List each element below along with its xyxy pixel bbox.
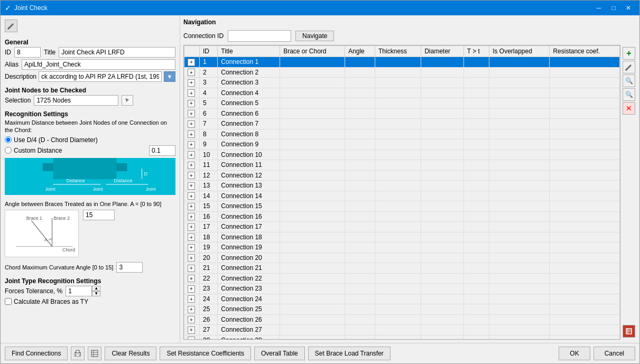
row-expand-button[interactable]: +	[188, 151, 195, 158]
description-dropdown-button[interactable]: ▼	[164, 71, 175, 82]
row-expand-button[interactable]: +	[188, 89, 195, 97]
table-row[interactable]: +9Connection 9	[184, 139, 620, 150]
cancel-button[interactable]: Cancel	[593, 347, 635, 360]
table-row[interactable]: +26Connection 26	[184, 314, 620, 325]
table-row[interactable]: +10Connection 10	[184, 150, 620, 160]
row-expand-button[interactable]: +	[188, 337, 195, 339]
table-row[interactable]: +2Connection 2	[184, 67, 620, 78]
search-down-button[interactable]: 🔍	[623, 88, 635, 101]
table-row[interactable]: +16Connection 16	[184, 211, 620, 222]
table-row[interactable]: +25Connection 25	[184, 304, 620, 315]
close-button[interactable]: ✕	[622, 3, 635, 13]
delete-button[interactable]: ✕	[623, 102, 635, 115]
table-export-button[interactable]	[88, 347, 101, 360]
use-d4-radio[interactable]	[5, 136, 12, 143]
row-expand-button[interactable]: +	[188, 275, 195, 282]
overall-table-button[interactable]: Overall Table	[254, 347, 305, 360]
col-t-gt-t[interactable]: T > t	[463, 46, 489, 57]
spinner-down-button[interactable]: ▼	[92, 291, 100, 296]
table-row[interactable]: +22Connection 22	[184, 273, 620, 284]
row-expand-button[interactable]: +	[188, 100, 195, 107]
col-angle[interactable]: Angle	[345, 46, 375, 57]
col-brace-chord[interactable]: Brace or Chord	[280, 46, 345, 57]
id-input[interactable]	[14, 47, 41, 58]
custom-distance-radio[interactable]	[5, 147, 12, 154]
table-row[interactable]: +17Connection 17	[184, 222, 620, 232]
row-expand-button[interactable]: +	[188, 234, 195, 241]
table-row[interactable]: +5Connection 5	[184, 98, 620, 109]
table-row[interactable]: +14Connection 14	[184, 191, 620, 201]
table-row[interactable]: +28Connection 28	[184, 335, 620, 339]
col-diameter[interactable]: Diameter	[421, 46, 463, 57]
table-row[interactable]: +19Connection 19	[184, 242, 620, 253]
table-row[interactable]: +13Connection 13	[184, 181, 620, 191]
table-row[interactable]: +4Connection 4	[184, 88, 620, 98]
table-row[interactable]: +11Connection 11	[184, 160, 620, 171]
row-expand-button[interactable]: +	[188, 223, 195, 231]
row-expand-button[interactable]: +	[188, 285, 195, 293]
angle-input[interactable]	[83, 210, 115, 220]
table-wrapper[interactable]: ID Title Brace or Chord Angle Thickness …	[184, 45, 620, 339]
table-row[interactable]: +18Connection 18	[184, 232, 620, 242]
row-expand-button[interactable]: +	[188, 120, 195, 128]
row-expand-button[interactable]: +	[188, 79, 195, 87]
row-expand-button[interactable]: +	[188, 203, 195, 210]
settings-button[interactable]	[623, 325, 635, 338]
row-expand-button[interactable]: +	[188, 172, 195, 179]
row-expand-button[interactable]: +	[188, 141, 195, 148]
title-input[interactable]	[59, 47, 175, 58]
col-is-overlapped[interactable]: Is Overlapped	[489, 46, 550, 57]
table-row[interactable]: +3Connection 3	[184, 78, 620, 88]
row-expand-button[interactable]: +	[188, 306, 195, 313]
calculate-braces-checkbox[interactable]	[5, 298, 12, 305]
maximize-button[interactable]: □	[607, 3, 620, 13]
row-expand-button[interactable]: +	[188, 69, 195, 76]
selection-input[interactable]	[34, 95, 118, 106]
minimize-button[interactable]: ─	[592, 3, 606, 13]
edit-button[interactable]	[623, 61, 635, 73]
row-expand-button[interactable]: +	[188, 326, 195, 334]
table-row[interactable]: +21Connection 21	[184, 263, 620, 274]
print-button[interactable]	[71, 347, 85, 360]
alias-input[interactable]	[22, 59, 175, 70]
spinner-up-button[interactable]: ▲	[92, 286, 100, 291]
connection-id-input[interactable]	[228, 30, 291, 42]
set-resistance-button[interactable]: Set Resistance Coefficients	[160, 347, 251, 360]
row-expand-button[interactable]: +	[188, 254, 195, 262]
table-row[interactable]: +15Connection 15	[184, 201, 620, 212]
row-expand-button[interactable]: +	[188, 213, 195, 220]
clear-results-button[interactable]: Clear Results	[105, 347, 156, 360]
row-expand-button[interactable]: +	[188, 192, 195, 200]
col-resistance[interactable]: Resistance coef.	[550, 46, 620, 57]
table-row[interactable]: +12Connection 12	[184, 170, 620, 181]
search-up-button[interactable]: 🔍	[623, 74, 635, 87]
row-expand-button[interactable]: +	[188, 130, 195, 138]
row-expand-button[interactable]: +	[188, 295, 195, 303]
selection-pick-button[interactable]	[122, 95, 133, 106]
curvature-input[interactable]	[116, 262, 143, 273]
table-row[interactable]: +8Connection 8	[184, 129, 620, 139]
row-expand-button[interactable]: +	[188, 162, 195, 169]
custom-distance-input[interactable]	[149, 145, 175, 156]
table-row[interactable]: +24Connection 24	[184, 294, 620, 304]
row-expand-button[interactable]: +	[188, 265, 195, 272]
table-row[interactable]: +1Connection 1	[184, 57, 620, 68]
row-expand-button[interactable]: +	[188, 244, 195, 251]
table-row[interactable]: +23Connection 23	[184, 284, 620, 294]
row-expand-button[interactable]: +	[188, 110, 195, 117]
pencil-icon[interactable]	[5, 20, 17, 32]
find-connections-button[interactable]: Find Connections	[5, 347, 68, 360]
table-row[interactable]: +20Connection 20	[184, 253, 620, 263]
forces-tolerance-input[interactable]	[66, 286, 92, 296]
navigate-button[interactable]: Navigate	[295, 31, 334, 41]
description-input[interactable]	[39, 71, 162, 82]
col-id[interactable]: ID	[200, 46, 218, 57]
ok-button[interactable]: OK	[559, 347, 590, 360]
set-brace-button[interactable]: Set Brace Load Transfer	[308, 347, 391, 360]
table-row[interactable]: +7Connection 7	[184, 119, 620, 129]
row-expand-button[interactable]: +	[188, 59, 195, 66]
table-row[interactable]: +27Connection 27	[184, 325, 620, 335]
col-thickness[interactable]: Thickness	[375, 46, 421, 57]
row-expand-button[interactable]: +	[188, 182, 195, 190]
add-button[interactable]: +	[623, 47, 635, 60]
